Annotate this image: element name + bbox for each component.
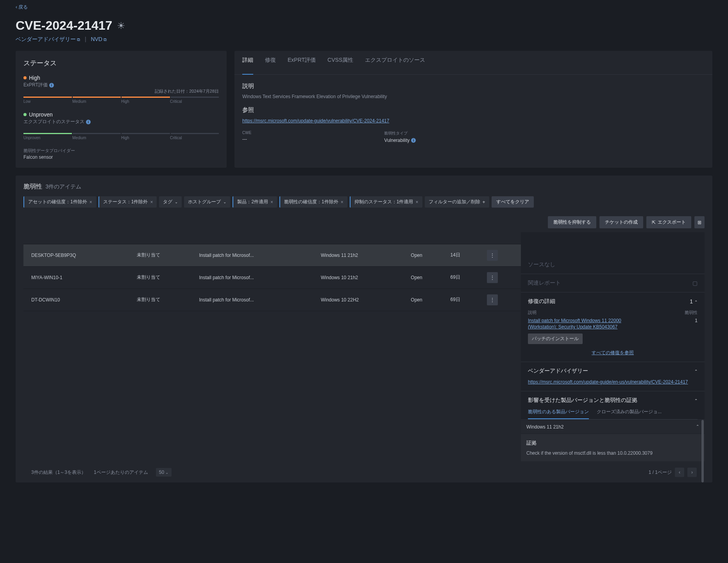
filter-vuln-confidence[interactable]: 脆弱性の確信度：1件除外×: [279, 196, 347, 208]
tab-exprt[interactable]: ExPRT評価: [288, 57, 316, 68]
status-cell: Open: [406, 266, 445, 289]
exprt-level: High: [29, 75, 40, 81]
columns-button[interactable]: ⊞: [694, 216, 705, 228]
install-patch-button[interactable]: パッチのインストール: [528, 333, 583, 344]
nvd-link[interactable]: NVD⧉: [91, 36, 107, 42]
vulnerability-table: DESKTOP-5EB9P3Q 未割り当て Install patch for …: [23, 232, 521, 311]
date-value: 2024年7月28日: [189, 89, 219, 93]
filter-asset-confidence[interactable]: アセットの確信度：1件除外×: [23, 196, 96, 208]
filter-add-remove[interactable]: フィルターの追加／削除+: [425, 196, 489, 208]
info-icon[interactable]: i: [49, 83, 54, 88]
tab-details[interactable]: 詳細: [242, 57, 253, 75]
date-label: 記録された日付：: [155, 89, 189, 93]
close-icon[interactable]: ×: [341, 199, 343, 205]
action-cell: Install patch for Microsof...: [195, 289, 316, 311]
vuln-count: 3件のアイテム: [45, 183, 81, 190]
tab-remediation[interactable]: 修復: [265, 57, 276, 68]
product-version-row[interactable]: Windows 11 21h2 ⌃: [521, 420, 705, 434]
reference-link[interactable]: https://msrc.microsoft.com/update-guide/…: [242, 118, 389, 124]
filter-tag[interactable]: タグ⌄: [159, 196, 182, 208]
close-icon[interactable]: ×: [89, 199, 92, 205]
cwe-value: ---: [242, 136, 251, 142]
tab-vulnerable-versions[interactable]: 脆弱性のある製品バージョン: [528, 409, 589, 419]
exprt-label: ExPRT評価: [23, 82, 48, 88]
provider-label: 脆弱性データプロバイダー: [23, 148, 219, 154]
filter-status[interactable]: ステータス：1件除外×: [98, 196, 157, 208]
back-link[interactable]: 戻る: [16, 0, 712, 14]
filter-product[interactable]: 製品：2件適用×: [233, 196, 277, 208]
view-all-remediations-link[interactable]: すべての修復を参照: [528, 350, 698, 356]
close-icon[interactable]: ×: [270, 199, 273, 205]
table-row[interactable]: DESKTOP-5EB9P3Q 未割り当て Install patch for …: [23, 244, 521, 266]
evidence-box: 証拠 Check if the version of msctf.dll is …: [521, 434, 705, 461]
product-cell: Windows 10 21h2: [316, 266, 406, 289]
source-section[interactable]: ソースなし: [528, 261, 698, 268]
tab-exploit-source[interactable]: エクスプロイトのソース: [365, 57, 425, 68]
next-page-button[interactable]: ›: [687, 468, 697, 477]
filter-suppression[interactable]: 抑制のステータス：1件適用×: [350, 196, 422, 208]
exploit-dot-icon: [23, 113, 27, 116]
vendor-advisory-link[interactable]: ベンダーアドバイザリー⧉: [16, 36, 80, 42]
close-icon[interactable]: ×: [416, 199, 419, 205]
desc-label: 説明: [528, 310, 537, 316]
prev-page-button[interactable]: ‹: [675, 468, 684, 477]
patch-link[interactable]: Install patch for Microsoft Windows 11 2…: [528, 318, 621, 323]
product-cell: Windows 11 21h2: [316, 244, 406, 266]
kebab-icon: ⋮: [490, 275, 495, 280]
status-cell: Open: [406, 289, 445, 311]
age-cell: 69日: [446, 289, 483, 311]
external-link-icon: ⧉: [77, 37, 80, 42]
export-icon: ⇱: [652, 220, 656, 225]
export-button[interactable]: ⇱エクスポート: [646, 216, 691, 228]
row-menu-button[interactable]: ⋮: [487, 272, 498, 283]
chevron-up-icon: ⌃: [694, 398, 698, 403]
sun-icon: ☀: [117, 20, 125, 31]
table-row[interactable]: DT-DCWIN10 未割り当て Install patch for Micro…: [23, 289, 521, 311]
reports-section[interactable]: 関連レポート ▢: [528, 280, 698, 287]
advisory-section[interactable]: ベンダーアドバイザリー ⌃: [528, 368, 698, 375]
clear-filters-button[interactable]: すべてをクリア: [492, 196, 534, 208]
table-row[interactable]: MIYA-WIN10-1 未割り当て Install patch for Mic…: [23, 266, 521, 289]
host-cell: DT-DCWIN10: [23, 289, 132, 311]
create-ticket-button[interactable]: チケットの作成: [599, 216, 643, 228]
host-cell: MIYA-WIN10-1: [23, 266, 132, 289]
vuln-type-label: 脆弱性タイプ: [384, 131, 416, 136]
evidence-text: Check if the version of msctf.dll is les…: [526, 450, 699, 456]
scrollbar[interactable]: [701, 420, 704, 482]
row-menu-button[interactable]: ⋮: [487, 294, 498, 305]
age-cell: 69日: [446, 266, 483, 289]
references-heading: 参照: [242, 106, 705, 114]
page-size-select[interactable]: 50 ⌄: [156, 468, 172, 477]
info-icon[interactable]: i: [86, 120, 91, 124]
host-cell: DESKTOP-5EB9P3Q: [23, 244, 132, 266]
details-panel: 詳細 修復 ExPRT評価 CVSS属性 エクスプロイトのソース 説明 Wind…: [234, 51, 712, 168]
info-icon[interactable]: i: [411, 138, 416, 143]
affected-products-section[interactable]: 影響を受けた製品バージョンと脆弱性の証拠 ⌃: [528, 397, 698, 404]
chevron-up-icon: ⌃: [694, 300, 698, 304]
exploit-severity-bar: [23, 133, 219, 134]
vuln-type-value: Vulnerability: [384, 138, 410, 143]
detail-side-panel: ソースなし 関連レポート ▢ 修復の詳細 1 ⌃ 説明: [521, 232, 705, 461]
description-heading: 説明: [242, 82, 705, 90]
remediation-section[interactable]: 修復の詳細 1 ⌃: [528, 298, 698, 305]
evidence-heading: 証拠: [526, 439, 699, 446]
filter-hostgroup[interactable]: ホストグループ⌄: [184, 196, 230, 208]
chevron-down-icon: ⌄: [175, 200, 178, 204]
assignee-cell: 未割り当て: [132, 244, 194, 266]
tab-closed-versions[interactable]: クローズ済みの製品バージョ...: [597, 409, 662, 419]
tab-cvss[interactable]: CVSS属性: [327, 57, 353, 68]
exploit-label: エクスプロイトのステータス: [23, 118, 84, 125]
provider-value: Falcon sensor: [23, 154, 219, 160]
description-text: Windows Text Services Framework Elevatio…: [242, 94, 705, 99]
row-menu-button[interactable]: ⋮: [487, 250, 498, 261]
close-icon[interactable]: ×: [150, 199, 153, 205]
patch-link[interactable]: (Workstation): Security Update KB5043067: [528, 324, 621, 330]
assignee-cell: 未割り当て: [132, 266, 194, 289]
cwe-label: CWE: [242, 131, 251, 135]
action-cell: Install patch for Microsof...: [195, 244, 316, 266]
suppress-button[interactable]: 脆弱性を抑制する: [548, 216, 596, 228]
chevron-up-icon: ⌃: [694, 369, 698, 373]
chevron-down-icon: ⌄: [223, 200, 226, 204]
advisory-link[interactable]: https://msrc.microsoft.com/update-guide/…: [528, 379, 698, 385]
severity-dot-icon: [23, 76, 27, 79]
